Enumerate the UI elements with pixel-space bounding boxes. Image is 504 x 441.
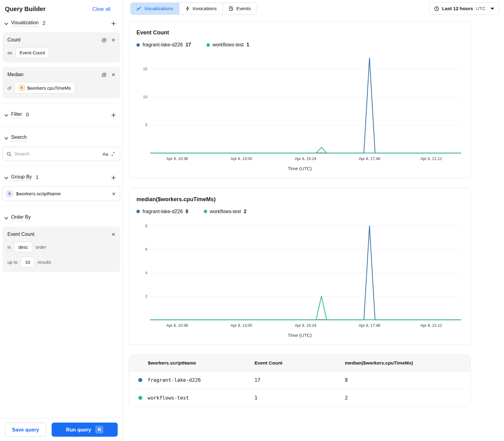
svg-text:Apr 8, 21:12: Apr 8, 21:12 [420,156,442,161]
column-header-script-name: $workers.scriptName [129,355,254,371]
in-label: in [7,244,11,250]
legend-series-name: fragrant-lake-d226 [143,209,183,214]
string-type-icon: S [6,191,13,197]
add-visualization-button[interactable]: + [110,21,117,26]
at-icon[interactable]: @ [101,72,107,77]
chart-title: Event Count [136,29,463,36]
search-section-label: Search [11,135,27,141]
clear-all-link[interactable]: Clear all [92,6,110,12]
filter-section-header: Filter 0 + [2,108,120,121]
clock-icon [434,6,439,11]
add-filter-button[interactable]: + [110,112,117,117]
result-limit-chip[interactable]: 10 [21,257,34,267]
group-by-item[interactable]: S $workers.scriptName × [2,186,120,201]
order-by-card-title: Event Count [7,232,107,237]
legend-item[interactable]: fragrant-lake-d226 17 [136,42,191,48]
legend-series-value: 17 [186,42,191,48]
search-input[interactable] [14,151,100,157]
time-range-selector[interactable]: Last 12 hours UTC [429,2,499,15]
timezone-label: UTC [476,6,486,11]
chart-legend: fragrant-lake-d226 17 workflows-test 1 [136,42,463,48]
order-by-section-header: Order By [2,211,120,224]
close-icon[interactable]: × [112,231,115,237]
upto-label: up to [7,260,18,265]
legend-dot [136,210,140,213]
run-query-label: Run query [66,427,91,433]
svg-text:Apr 8, 10:36: Apr 8, 10:36 [166,323,188,328]
tab-events[interactable]: Events [223,3,257,14]
app: Query Builder Clear all Visualization 2 … [0,0,504,441]
group-by-count: 1 [36,175,39,180]
line-chart: 51015Apr 8, 10:36Apr 8, 13:00Apr 8, 15:2… [136,51,463,163]
chevron-down-icon[interactable] [4,21,8,25]
svg-text:8: 8 [145,224,148,228]
legend-item[interactable]: fragrant-lake-d226 8 [136,209,188,214]
chevron-down-icon[interactable] [4,135,8,139]
save-query-button[interactable]: Save query [5,423,46,437]
results-content: Event Count fragrant-lake-d226 17 workfl… [123,17,504,441]
order-label: order [35,244,46,250]
sidebar-header: Query Builder Clear all [0,0,123,16]
close-icon[interactable]: × [112,72,115,78]
visualization-card-count: Count @ × as Event Count [2,32,120,63]
svg-text:2: 2 [145,294,148,299]
view-tabs: Visualizations Invocations Events [130,2,257,15]
visualization-section-label: Visualization [11,20,39,27]
add-group-by-button[interactable]: + [110,175,117,180]
visualization-card-title: Median [7,72,96,77]
svg-text:Apr 8, 13:00: Apr 8, 13:00 [230,156,252,161]
at-icon[interactable]: @ [101,37,107,43]
tab-invocations[interactable]: Invocations [179,3,223,14]
order-by-section-label: Order By [11,214,31,221]
svg-text:Apr 8, 17:48: Apr 8, 17:48 [359,156,380,161]
svg-text:4: 4 [145,271,148,275]
as-label: as [7,50,12,55]
svg-text:Apr 8, 17:48: Apr 8, 17:48 [359,323,380,328]
legend-series-name: workflows-test [213,42,244,48]
results-label: results [37,260,51,265]
run-query-button[interactable]: Run query R [52,423,118,437]
svg-text:6: 6 [145,247,148,252]
close-icon[interactable]: × [112,191,116,197]
case-sensitivity-toggle[interactable]: Aa [103,151,108,157]
svg-text:Apr 8, 10:36: Apr 8, 10:36 [166,156,188,161]
number-type-icon: N [19,85,25,91]
median-cell: 8 [345,377,471,383]
table-header: $workers.scriptName Event Count median($… [129,355,471,371]
legend-dot [136,43,140,47]
svg-text:10: 10 [143,95,147,99]
svg-text:Apr 8, 21:12: Apr 8, 21:12 [420,323,442,328]
filter-section-label: Filter [11,111,22,118]
chevron-down-icon[interactable] [4,112,8,116]
group-by-section-label: Group By [11,174,32,181]
legend-item[interactable]: workflows-test 1 [207,42,249,48]
regex-toggle-icon[interactable]: * [111,151,116,157]
sidebar-footer: Save query Run query R [0,418,123,441]
x-axis-label: Time (UTC) [136,166,463,171]
alias-chip[interactable]: Event Count [15,47,49,58]
legend-dot [204,210,207,213]
of-label: of [7,85,11,91]
svg-text:Apr 8, 13:00: Apr 8, 13:00 [230,323,252,328]
results-table: $workers.scriptName Event Count median($… [129,355,471,407]
filter-count: 0 [26,112,29,118]
legend-series-name: workflows-test [210,209,241,214]
field-chip[interactable]: N $workers.cpuTimeMs [14,82,75,94]
visualization-card-title: Count [7,37,96,43]
table-row: fragrant-lake-d226 17 8 [129,371,471,389]
tab-visualizations[interactable]: Visualizations [131,3,179,14]
legend-item[interactable]: workflows-test 2 [204,209,246,214]
sort-direction-chip[interactable]: desc [14,242,33,252]
keyboard-shortcut-badge: R [95,426,103,434]
search-box: Aa * [2,147,120,161]
close-icon[interactable]: × [112,37,115,43]
group-by-section-header: Group By 1 + [2,171,120,184]
chevron-down-icon[interactable] [4,175,8,179]
event-count-cell: 17 [254,377,345,383]
chevron-down-icon[interactable] [4,215,8,219]
search-icon [6,151,12,157]
legend-series-value: 1 [246,42,249,48]
line-chart-icon [136,6,141,11]
visualization-card-median: Median @ × of N $workers.cpuTimeMs [2,67,120,98]
time-range-label: Last 12 hours [442,6,473,11]
